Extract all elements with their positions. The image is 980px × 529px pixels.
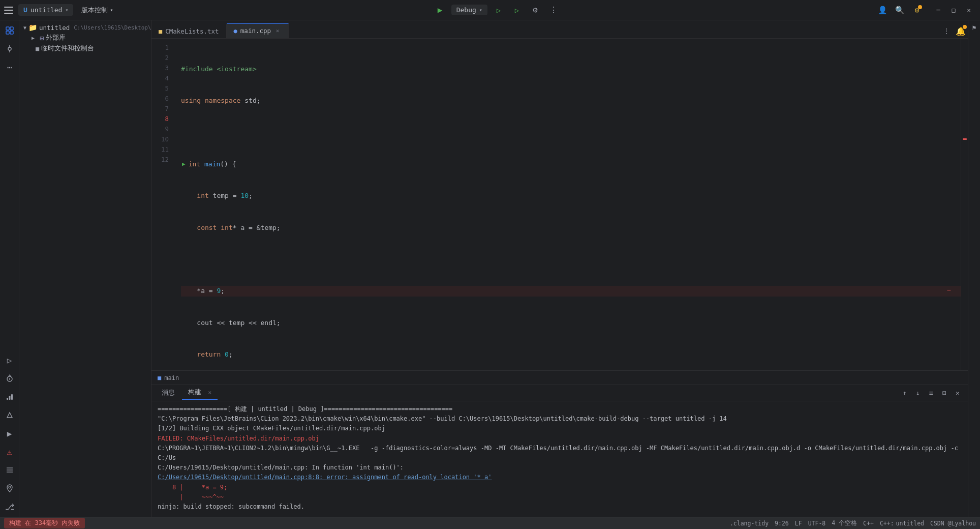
debug-run-button[interactable]: ▷ xyxy=(492,3,506,17)
external-lib-icon: ⊞ xyxy=(40,34,44,42)
panel-scroll-up-button[interactable]: ↑ xyxy=(899,387,911,399)
svg-rect-10 xyxy=(9,396,10,400)
hamburger-menu-icon[interactable] xyxy=(4,7,13,14)
sidebar-icon-list[interactable] xyxy=(2,462,18,478)
close-button[interactable]: ✕ xyxy=(962,3,976,17)
main-layout: ⋯ ▷ ▶ ⚠ ⎇ xyxy=(0,20,980,517)
status-csdn[interactable]: CSDN @Lyalhou xyxy=(930,520,976,527)
ln-4: 4 xyxy=(151,73,171,83)
tree-item-untitled[interactable]: ▼ 📁 untitled C:\Users\19615\Desktop\unti… xyxy=(19,22,151,33)
build-tab-label: 构建 xyxy=(188,388,201,396)
sidebar-icon-profiler[interactable] xyxy=(2,389,18,405)
project-chevron-icon: ▾ xyxy=(65,7,68,13)
panel-filter-button[interactable]: ≡ xyxy=(925,387,937,399)
csdn-label: CSDN @Lyalhou xyxy=(930,520,976,527)
tree-label: untitled xyxy=(39,24,70,32)
panel-tab-build[interactable]: 构建 ✕ xyxy=(182,386,218,400)
status-indent[interactable]: 4 个空格 xyxy=(832,519,857,527)
folder-icon: 📁 xyxy=(28,23,37,32)
sidebar-icon-run[interactable]: ▷ xyxy=(2,352,18,368)
ln-7: 7 xyxy=(151,104,171,114)
code-line-8: *a = 9; ─ xyxy=(181,286,961,297)
editor-area: ■ CMakeLists.txt ● main.cpp ✕ ⋮ 🔔 1 2 3 … xyxy=(151,20,968,517)
window-controls: ─ □ ✕ xyxy=(931,3,976,17)
run-config-selector[interactable]: Debug ▾ xyxy=(451,5,487,15)
svg-rect-0 xyxy=(6,27,9,30)
clang-tidy-label: .clang-tidy xyxy=(730,520,769,527)
panel-filter2-button[interactable]: ⊟ xyxy=(938,387,951,399)
cmake-tab-label: CMakeLists.txt xyxy=(165,27,219,35)
tab-close-button[interactable]: ✕ xyxy=(274,27,281,35)
tree-path: C:\Users\19615\Desktop\untitled xyxy=(74,24,151,31)
more-button[interactable]: ⋮ xyxy=(546,3,561,17)
titlebar-center: ▶ Debug ▾ ▷ ▷ ⚙ ⋮ xyxy=(118,3,875,17)
sidebar-icon-project[interactable] xyxy=(2,22,18,39)
build-line-8: 8 | *a = 9; xyxy=(158,483,962,492)
maximize-button[interactable]: □ xyxy=(946,3,961,17)
search-everywhere-button[interactable]: 🔍 xyxy=(893,3,907,17)
cpp-tab-icon: ● xyxy=(234,27,237,35)
vcs-label: 版本控制 xyxy=(81,6,108,15)
tab-cmake[interactable]: ■ CMakeLists.txt xyxy=(151,24,227,38)
tree-item-scratch[interactable]: ■ 临时文件和控制台 xyxy=(19,43,151,54)
build-line-9: | ~~~^~~ xyxy=(158,492,962,502)
language-label: C++ xyxy=(863,520,874,527)
sidebar-icon-debug[interactable] xyxy=(2,370,18,387)
main-cpp-tab-label: main.cpp xyxy=(240,27,271,35)
right-tool-window-bar: ⚑ xyxy=(968,20,980,517)
position-label: 9:26 xyxy=(775,520,789,527)
build-line-10: ninja: build stopped: subcommand failed. xyxy=(158,502,962,512)
code-content[interactable]: #include <iostream> using namespace std;… xyxy=(177,39,961,370)
tab-more-button[interactable]: ⋮ xyxy=(939,24,954,38)
status-project[interactable]: C++: untitled xyxy=(880,520,924,527)
editor-notifications-button[interactable]: 🔔 xyxy=(954,24,968,38)
build-line-7[interactable]: C:/Users/19615/Desktop/untitled/main.cpp… xyxy=(158,473,962,482)
sidebar-icon-terminal[interactable]: ▶ xyxy=(2,425,18,442)
build-failed-button[interactable]: 构建 在 334毫秒 内失败 xyxy=(4,518,85,528)
panel-tab-close-icon[interactable]: ✕ xyxy=(208,389,212,396)
vcs-tab[interactable]: 版本控制 ▾ xyxy=(76,4,118,17)
sidebar-icon-more-tools[interactable]: ⋯ xyxy=(2,59,18,75)
code-line-2: using namespace std; xyxy=(181,96,961,106)
ln-12: 12 xyxy=(151,155,171,165)
status-encoding[interactable]: UTF-8 xyxy=(808,520,826,527)
sidebar-icon-build[interactable] xyxy=(2,407,18,423)
panel-tab-messages[interactable]: 消息 xyxy=(156,387,181,399)
status-language[interactable]: C++ xyxy=(863,520,874,527)
minimize-button[interactable]: ─ xyxy=(931,3,945,17)
cmake-tab-icon: ■ xyxy=(159,28,162,35)
code-line-10: return 0; xyxy=(181,349,961,360)
tab-main-cpp[interactable]: ● main.cpp ✕ xyxy=(227,23,289,38)
run-gutter-icon[interactable]: ▶ xyxy=(182,160,186,169)
panel-close-button[interactable]: ✕ xyxy=(952,387,964,399)
panel-tab-bar: 消息 构建 ✕ ↑ ↓ ≡ ⊟ ✕ xyxy=(151,385,968,401)
error-indicator: ─ xyxy=(947,286,951,295)
ln-9: 9 xyxy=(151,124,171,134)
coverage-button[interactable]: ▷ xyxy=(510,3,524,17)
code-line-5: int temp = 10; xyxy=(181,191,961,201)
breadcrumb-icon: ■ xyxy=(158,374,161,381)
editor-scrollbar[interactable] xyxy=(961,39,968,370)
status-bar: 构建 在 334毫秒 内失败 .clang-tidy 9:26 LF UTF-8… xyxy=(0,517,980,529)
status-position[interactable]: 9:26 xyxy=(775,520,789,527)
ln-10: 10 xyxy=(151,134,171,144)
panel-scroll-down-button[interactable]: ↓ xyxy=(912,387,924,399)
sidebar-icon-problems[interactable]: ⚠ xyxy=(2,444,18,460)
sidebar-icon-commit[interactable] xyxy=(2,41,18,57)
code-line-4: ▶ int main() { xyxy=(181,159,961,170)
project-tab[interactable]: U untitled ▾ xyxy=(18,4,73,16)
tree-item-external-libs[interactable]: ▶ ⊞ 外部库 xyxy=(19,33,151,43)
status-line-ending[interactable]: LF xyxy=(795,520,802,527)
build-line-1: ===================[ 构建 | untitled | Deb… xyxy=(158,404,962,414)
sidebar-icon-git-branch[interactable]: ⎇ xyxy=(2,498,18,515)
right-icon-notifications[interactable]: ⚑ xyxy=(969,22,979,33)
tools-button[interactable]: ⚙ xyxy=(528,3,542,17)
status-project-label: C++: xyxy=(880,520,894,527)
status-project-name: untitled xyxy=(896,520,924,527)
status-clang-tidy[interactable]: .clang-tidy xyxy=(730,520,769,527)
sidebar-icon-location[interactable] xyxy=(2,480,18,496)
run-button[interactable]: ▶ xyxy=(433,3,447,17)
notifications-icon[interactable]: ⚙ xyxy=(910,3,924,17)
breadcrumb-main[interactable]: main xyxy=(164,374,179,381)
profile-button[interactable]: 👤 xyxy=(875,3,890,17)
